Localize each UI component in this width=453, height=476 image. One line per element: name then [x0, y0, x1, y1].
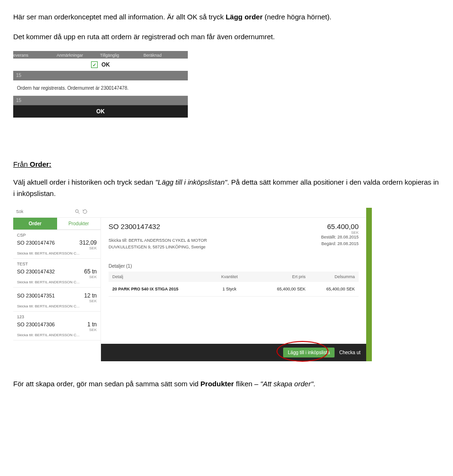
refresh-icon[interactable]	[82, 209, 88, 214]
ok-banner: ✓ OK	[13, 59, 188, 71]
col-everans: everans	[13, 53, 57, 58]
sidebar-item-1[interactable]: TEST SO 2300147432 65 tnSEK Skicka till:…	[13, 259, 101, 288]
unit: SEK	[84, 275, 97, 279]
checkout-button[interactable]: Checka ut	[339, 350, 361, 355]
doc-p1-bold: Lägg order	[226, 13, 262, 21]
dialog-header-row: everans Anmärkningar Tillgänglig Beräkna…	[13, 51, 188, 59]
h1-a: Från	[13, 160, 30, 168]
detail-so-number: SO 2300147432	[109, 222, 160, 235]
col-beraknad: Beräknad	[143, 53, 187, 58]
doc-p4-bold: Produkter	[201, 380, 234, 388]
svg-line-1	[78, 212, 80, 214]
ship-to: Skicka till: BERTIL ANDERSSON C...	[17, 304, 97, 308]
h1-b: Order:	[30, 160, 51, 168]
col-anmarkningar: Anmärkningar	[57, 53, 100, 58]
add-to-shoppinglist-button[interactable]: Lägg till i inköpslista	[283, 348, 335, 357]
cell-ert-pris: 65,400,00 SEK	[256, 287, 306, 291]
search-icon[interactable]	[75, 209, 80, 214]
so-number: SO 2300147476	[17, 240, 55, 246]
col-tillganglig: Tillgänglig	[100, 53, 143, 58]
doc-p4-c: fliken –	[234, 380, 260, 388]
cell-delsumma: 65,400,00 SEK	[305, 287, 355, 291]
details-count: Detaljer (1)	[109, 264, 359, 269]
detail-thead: Detalj Kvantitet Ert pris Delsumma	[109, 272, 359, 282]
th-ert-pris: Ert pris	[256, 274, 306, 279]
add-button-label: Lägg till i inköpslista	[288, 350, 330, 355]
sidebar-item-2[interactable]: SO 2300147351 12 tnSEK Skicka till: BERT…	[13, 288, 101, 312]
amount: 1 tn	[87, 321, 97, 328]
doc-p1-c: (nedre högra hörnet).	[263, 13, 332, 21]
requested-date: Begärd: 28.08.2015	[321, 241, 359, 246]
unit: SEK	[79, 246, 97, 250]
doc-p1-a: Här ser man orderkonceptet med all infor…	[13, 13, 226, 21]
detail-amount: 65.400,00	[327, 222, 359, 230]
doc-p3-a: Välj aktuell order i historiken och tryc…	[13, 178, 155, 186]
th-delsumma: Delsumma	[305, 274, 355, 279]
unit: SEK	[84, 299, 97, 303]
bottom-action-bar: Lägg till i inköpslista Checka ut	[101, 344, 366, 361]
doc-p4-quote: "Att skapa order"	[260, 380, 313, 388]
ordered-date: Beställt: 28.08.2015	[321, 235, 359, 239]
detail-row: 20 PARK PRO 540 IX STIGA 2015 1 Styck 65…	[109, 282, 359, 297]
order-registered-message: Ordern har registrerats. Ordernumret är …	[13, 80, 188, 96]
doc-paragraph-1: Här ser man orderkonceptet med all infor…	[13, 11, 440, 23]
tag: 123	[17, 314, 97, 319]
ok-banner-label: OK	[101, 61, 110, 68]
row-15-top: 15	[13, 71, 188, 80]
sidebar-item-3[interactable]: 123 SO 2300147306 1 tnSEK Skicka till: B…	[13, 312, 101, 340]
detail-meta: Beställt: 28.08.2015 Begärd: 28.08.2015	[321, 235, 359, 248]
check-icon: ✓	[91, 61, 98, 68]
unit: SEK	[87, 328, 97, 332]
screenshot-order-list: Order Produkter CSP SO 2300147476 312,09…	[13, 208, 372, 361]
tab-order[interactable]: Order	[13, 218, 57, 230]
amount: 65 tn	[84, 268, 97, 275]
doc-paragraph-3: Välj aktuell order i historiken och tryc…	[13, 177, 440, 199]
sidebar-tabs: Order Produkter	[13, 218, 101, 230]
detail-amount-unit: SEK	[327, 230, 359, 235]
doc-p4-a: För att skapa order, gör man sedan på sa…	[13, 380, 201, 388]
tag: TEST	[17, 262, 97, 266]
screenshot-ok-dialog: everans Anmärkningar Tillgänglig Beräkna…	[13, 51, 188, 118]
ship-to: Skicka till: BERTIL ANDERSSON C...	[17, 280, 97, 284]
search-input[interactable]	[16, 209, 73, 214]
cell-detalj: 20 PARK PRO 540 IX STIGA 2015	[112, 287, 203, 291]
tag: CSP	[17, 233, 97, 238]
amount: 312,09	[79, 239, 97, 246]
sidebar-item-0[interactable]: CSP SO 2300147476 312,09SEK Skicka till:…	[13, 230, 101, 259]
search-row	[13, 208, 366, 218]
doc-heading-fran-order: Från Order:	[13, 160, 440, 168]
so-number: SO 2300147306	[17, 322, 55, 327]
doc-p3-quote: "Lägg till i inköpslistan"	[155, 178, 227, 186]
so-number: SO 2300147432	[17, 269, 55, 274]
doc-p4-d: .	[313, 380, 315, 388]
amount: 12 tn	[84, 292, 97, 299]
ship-to: Skicka till: BERTIL ANDERSSON C...	[17, 333, 97, 337]
ok-button[interactable]: OK	[13, 105, 188, 118]
detail-table: Detalj Kvantitet Ert pris Delsumma 20 PA…	[109, 272, 359, 297]
cell-kvantitet: 1 Styck	[203, 287, 256, 291]
order-detail-panel: SO 2300147432 65.400,00 SEK Skicka till:…	[101, 218, 366, 361]
tab-produkter[interactable]: Produkter	[57, 218, 101, 230]
th-detalj: Detalj	[112, 274, 203, 279]
th-kvantitet: Kvantitet	[203, 274, 256, 279]
ship-to: Skicka till: BERTIL ANDERSSON C...	[17, 251, 97, 255]
doc-paragraph-2: Det kommer då upp en ruta att ordern är …	[13, 31, 440, 42]
svg-point-0	[76, 210, 78, 212]
doc-paragraph-4: För att skapa order, gör man sedan på sa…	[13, 378, 440, 390]
so-number: SO 2300147351	[17, 293, 55, 298]
row-15-bottom: 15	[13, 96, 188, 105]
order-sidebar: Order Produkter CSP SO 2300147476 312,09…	[13, 218, 101, 361]
